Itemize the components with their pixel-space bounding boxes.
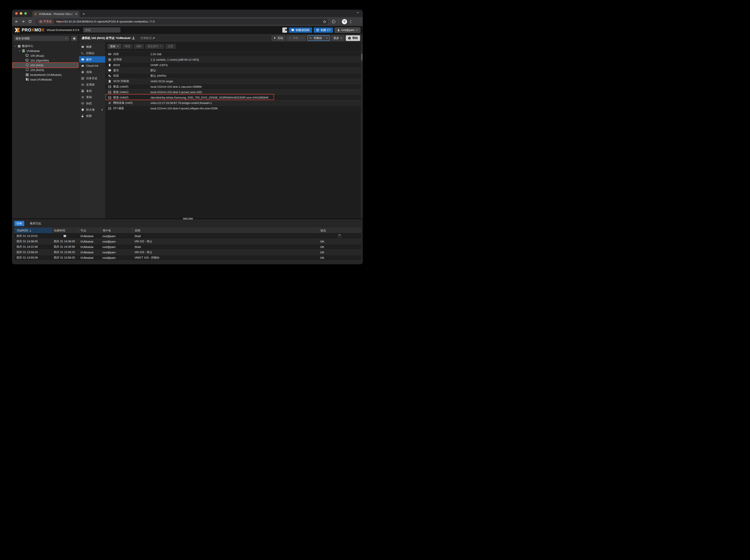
remove-button[interactable]: 移除 [122, 44, 133, 49]
url-rest: ://10.10.10.254:8006/#v1:0:=qemu%2F102:4… [62, 20, 155, 23]
column-header-start-time[interactable]: 开始时间 [15, 228, 52, 233]
tree-item-datacenter[interactable]: 数据中心 [12, 44, 79, 48]
tab-search-chevron-icon[interactable] [357, 12, 359, 14]
harddisk-icon [108, 96, 111, 99]
menu-item-snapshots[interactable]: 快照 [79, 100, 105, 106]
gear-icon [73, 37, 76, 40]
tree-item-localnetwork[interactable]: localnetwork (VUModule) [12, 72, 79, 77]
security-chip[interactable]: 不安全 [37, 19, 54, 24]
column-header-end-time[interactable]: 结束时间 [52, 228, 78, 233]
hardware-table: 内存 2.00 GiB 处理器 1 (1 sockets, 1 cores) [… [105, 51, 363, 111]
harddisk-icon [108, 85, 111, 88]
task-row[interactable]: 四月 01 14:36:00 四月 01 14:36:00 VUModule r… [14, 239, 361, 244]
tree-expand-chevron-icon[interactable] [14, 45, 16, 47]
forward-button[interactable] [21, 20, 25, 23]
hardware-row-efi-disk[interactable]: EFI 磁盘 local:102/vm-102-disk-0.qcow2,efi… [105, 105, 363, 111]
menu-item-console[interactable]: 控制台 [79, 50, 105, 56]
task-row[interactable]: 四月 01 13:55:09 四月 01 13:58:25 VUModule r… [14, 255, 361, 261]
tab-cluster-log[interactable]: 集群日志 [28, 221, 43, 226]
chevron-down-icon [340, 38, 342, 39]
browser-tab[interactable]: VUModule - Proxmox Virtual E ✕ [32, 11, 79, 17]
tags-placeholder[interactable]: 没有标记 [141, 36, 155, 40]
tree-item-vm-102[interactable]: 102 (NAS) [12, 63, 79, 67]
panel-splitter[interactable] [12, 219, 363, 219]
vm-stopped-icon [25, 68, 29, 72]
menu-item-cloud-init[interactable]: Cloud-Init [79, 63, 105, 69]
task-row[interactable]: 四月 01 14:22:36 四月 01 14:35:56 VUModule r… [14, 244, 361, 250]
hardware-row-machine[interactable]: 机型 默认 (i440fx) [105, 73, 363, 78]
view-selector[interactable]: 服务器视图 [14, 36, 69, 41]
hardware-row-sata0[interactable]: 硬盘 (sata0) local:102/vm-102-disk-1.raw,s… [105, 84, 363, 89]
column-header-status[interactable]: 状态 [318, 228, 361, 233]
bookmark-star-icon[interactable] [323, 20, 326, 23]
task-row[interactable]: 四月 01 13:10:01 VUModule root@pam Shell [14, 234, 361, 239]
menu-item-replication[interactable]: 复制 [79, 94, 105, 100]
scsi-controller-icon [108, 80, 111, 83]
profile-avatar[interactable] [342, 19, 347, 24]
hardware-row-net0[interactable]: 网络设备 (net0) virtio=22:27:33:08:B7:76,bri… [105, 100, 363, 105]
edit-button[interactable]: 编辑 [134, 44, 144, 49]
menu-item-task-history[interactable]: 任务历史 [79, 75, 105, 81]
revert-button[interactable]: 还原 [165, 44, 176, 49]
hardware-row-processor[interactable]: 处理器 1 (1 sockets, 1 cores) [x86-64-v2-AE… [105, 57, 363, 62]
column-header-description[interactable]: 说明 [133, 228, 318, 233]
tree-item-vm-101[interactable]: 101 (OpenWrt) [12, 58, 79, 63]
hardware-row-memory[interactable]: 内存 2.00 GiB [105, 51, 363, 57]
help-button[interactable]: ? 帮助 [346, 35, 360, 41]
terminal-icon [310, 37, 312, 39]
more-button[interactable]: 更多 [331, 35, 344, 41]
menu-item-backup[interactable]: 备份 [79, 88, 105, 94]
maximize-window-button[interactable] [24, 12, 27, 15]
hardware-row-bios[interactable]: BIOS OVMF (UEFI) [105, 62, 363, 67]
tree-item-local-storage[interactable]: local (VUModule) [12, 77, 79, 82]
hardware-row-display[interactable]: 显示 默认 [105, 67, 363, 73]
tree-item-vm-100[interactable]: 100 (iKuai) [12, 53, 79, 58]
hardware-row-scsi-controller[interactable]: SCSI 控制器 VirtIO SCSI single [105, 78, 363, 84]
hardware-row-sata1[interactable]: 硬盘 (sata1) local:102/vm-102-disk-2.qcow2… [105, 89, 363, 95]
menu-item-permissions[interactable]: 权限 [79, 113, 105, 119]
console-button[interactable]: 控制台 [307, 35, 330, 41]
menu-item-options[interactable]: 选项 [79, 69, 105, 75]
minimize-window-button[interactable] [20, 12, 22, 15]
tab-close-icon[interactable]: ✕ [75, 13, 78, 15]
splitter-handle[interactable] [183, 218, 193, 220]
documentation-button[interactable]: 文档 [282, 27, 287, 33]
disk-action-button[interactable]: 磁盘操作 [145, 44, 164, 49]
menu-item-monitor[interactable]: 监视器 [79, 81, 105, 88]
menu-item-summary[interactable]: 概要 [79, 44, 105, 50]
hardware-row-sata2[interactable]: 硬盘 (sata2) /dev/disk/by-id/ata-Samsung_S… [105, 95, 363, 100]
extensions-puzzle-icon[interactable] [332, 20, 336, 23]
submenu-expand-arrow-icon[interactable] [102, 109, 103, 111]
monitor-icon [291, 28, 294, 32]
menu-item-firewall[interactable]: 防火墙 [79, 106, 105, 113]
new-tab-button[interactable]: + [82, 12, 85, 16]
create-vm-button[interactable]: 创建虚拟机 [289, 27, 312, 33]
shutdown-button[interactable]: 关机 [286, 35, 306, 41]
create-ct-button[interactable]: 创建 CT [314, 27, 333, 33]
back-button[interactable] [15, 20, 18, 23]
pencil-icon [153, 37, 155, 39]
vm-header: 虚拟机 102 (NAS) 在节点 'VUModule' 上 没有标记 启动 [79, 34, 363, 42]
add-button[interactable]: 添加 [108, 44, 121, 49]
address-bar[interactable]: 不安全 https://10.10.10.254:8006/#v1:0:=qem… [36, 19, 328, 25]
tree-expand-chevron-icon[interactable] [19, 50, 21, 52]
task-row[interactable]: 四月 01 13:58:24 四月 01 13:58:25 VUModule r… [14, 250, 361, 255]
node-icon [22, 49, 25, 53]
menu-item-hardware[interactable]: 硬件 [79, 56, 105, 63]
browser-menu-kebab-icon[interactable] [350, 20, 351, 23]
search-input[interactable] [83, 27, 120, 33]
scrollbar-track[interactable] [361, 42, 363, 219]
tree-settings-button[interactable] [71, 36, 78, 41]
user-menu-button[interactable]: root@pam [335, 27, 360, 33]
resource-tree-panel: 服务器视图 [12, 34, 79, 219]
start-button[interactable]: 启动 [271, 35, 285, 41]
column-header-node[interactable]: 节点 [78, 228, 100, 233]
tree-item-vm-103[interactable]: 103 (fnOS) [12, 67, 79, 72]
tree-item-node-vumodule[interactable]: VUModule [12, 48, 79, 53]
column-header-user[interactable]: 用户名 [100, 228, 133, 233]
scrollbar-thumb[interactable] [361, 54, 362, 60]
reload-button[interactable] [28, 20, 32, 23]
tab-tasks[interactable]: 任务 [14, 221, 24, 226]
close-window-button[interactable] [15, 12, 18, 15]
chevron-down-icon[interactable] [326, 38, 328, 39]
